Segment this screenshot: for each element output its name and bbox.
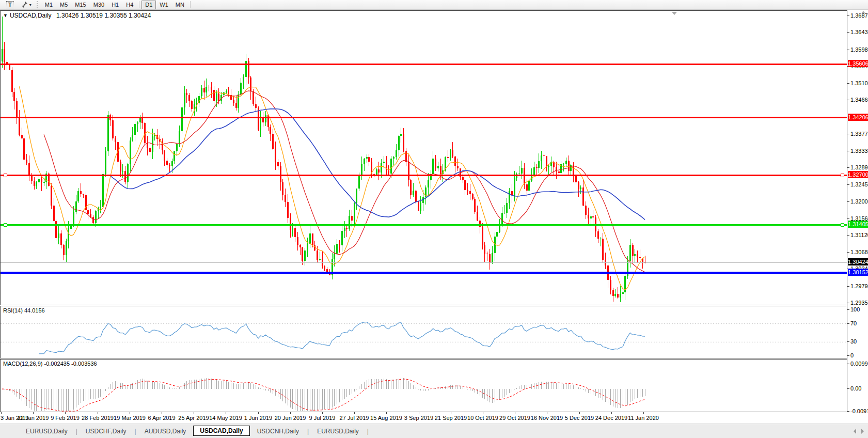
level-handle[interactable] bbox=[4, 174, 7, 177]
timeframe-button-w1[interactable]: W1 bbox=[156, 1, 172, 9]
cycle-symbols-button[interactable]: ▾ bbox=[18, 1, 35, 9]
axis-tick-mark bbox=[847, 50, 849, 50]
toolbar-grip bbox=[37, 1, 39, 8]
axis-tick-mark bbox=[847, 201, 849, 202]
level-price-badge: 1.35606 bbox=[848, 60, 868, 67]
chart-title-ohlc: 1.30426 1.30519 1.30355 1.30424 bbox=[56, 12, 151, 19]
text-label-tool-button[interactable]: T bbox=[3, 1, 18, 9]
horizontal-level-line-1.35606[interactable] bbox=[1, 64, 847, 65]
price-tick-label: 1.31120 bbox=[850, 232, 868, 238]
axis-tick-mark bbox=[847, 235, 849, 236]
date-label: 19 Mar 2019 bbox=[114, 415, 146, 421]
text-tool-icon: T bbox=[6, 1, 14, 8]
date-tick-mark bbox=[515, 412, 515, 414]
horizontal-level-line-1.34206[interactable] bbox=[1, 117, 847, 118]
current-price-badge: 1.30424 bbox=[848, 258, 868, 265]
current-price-line bbox=[1, 262, 847, 263]
axis-tick-mark bbox=[847, 252, 849, 253]
chart-title-symbol: USDCAD,Daily bbox=[10, 12, 52, 19]
tab-separator: | bbox=[367, 428, 369, 435]
date-tick-mark bbox=[290, 412, 291, 414]
chart-tab-usdchf-1[interactable]: USDCHF,Daily bbox=[78, 427, 134, 436]
timeframe-button-h1[interactable]: H1 bbox=[108, 1, 122, 9]
date-label: 24 Dec 2019 bbox=[595, 415, 627, 421]
date-label: 14 May 2019 bbox=[209, 415, 242, 421]
tab-separator: | bbox=[76, 428, 77, 435]
date-label: 29 Oct 2019 bbox=[499, 415, 530, 421]
date-label: 5 Dec 2019 bbox=[565, 415, 594, 421]
timeframe-button-h4[interactable]: H4 bbox=[122, 1, 137, 9]
price-axis[interactable]: 1.368701.364301.359801.355401.351001.346… bbox=[847, 10, 868, 412]
date-label: 28 Feb 2019 bbox=[82, 415, 114, 421]
date-label: 15 Aug 2019 bbox=[370, 415, 402, 421]
price-tick-label: 1.34660 bbox=[850, 97, 868, 103]
chart-tab-usdcnh-4[interactable]: USDCNH,Daily bbox=[250, 427, 306, 436]
level-price-badge: 1.30152 bbox=[848, 269, 868, 276]
timeframe-button-m5[interactable]: M5 bbox=[56, 1, 71, 9]
chart-tab-audusd-2[interactable]: AUDUSD,Daily bbox=[137, 427, 194, 436]
price-tick-label: 1.30680 bbox=[850, 249, 868, 255]
date-label: 9 Jul 2019 bbox=[309, 415, 336, 421]
chart-tab-eurusd-5[interactable]: EURUSD,Daily bbox=[310, 427, 366, 436]
toolbar: T ▾ M1M5M15M30H1H4D1W1MN bbox=[0, 0, 868, 10]
timeframe-button-m15[interactable]: M15 bbox=[71, 1, 89, 9]
date-label: 10 Oct 2019 bbox=[467, 415, 498, 421]
timeframe-button-m30[interactable]: M30 bbox=[90, 1, 108, 9]
macd-tick-label: 0.009975 bbox=[850, 361, 868, 367]
tab-scroll-left-icon[interactable] bbox=[854, 429, 856, 434]
symbol-dropdown-icon[interactable]: ▼ bbox=[3, 13, 8, 18]
date-label: 11 Jan 2020 bbox=[628, 415, 659, 421]
date-tick-mark bbox=[611, 412, 612, 414]
price-tick-label: 1.32000 bbox=[850, 198, 868, 205]
date-label: 1 Jun 2019 bbox=[244, 415, 272, 421]
level-handle[interactable] bbox=[841, 223, 844, 227]
level-handle[interactable] bbox=[841, 174, 844, 177]
timeframe-button-m1[interactable]: M1 bbox=[41, 1, 56, 9]
chart-shift-marker-icon[interactable] bbox=[672, 12, 677, 15]
date-label: 16 Nov 2019 bbox=[531, 415, 563, 421]
axis-tick-mark bbox=[847, 151, 849, 151]
timeframe-button-d1[interactable]: D1 bbox=[141, 1, 156, 9]
chart-tab-usdcad-3[interactable]: USDCAD,Daily bbox=[193, 426, 249, 436]
date-tick-mark bbox=[386, 412, 387, 414]
price-tick-label: 1.33770 bbox=[850, 131, 868, 137]
rsi-panel[interactable]: RSI(14) 44.0156 bbox=[0, 306, 847, 358]
price-tick-label: 1.33330 bbox=[850, 148, 868, 154]
date-label: 3 Sep 2019 bbox=[404, 415, 433, 421]
price-tick-label: 1.29790 bbox=[850, 283, 868, 289]
macd-panel[interactable]: MACD(12,26,9) -0.002435 -0.003536 bbox=[0, 359, 847, 412]
horizontal-level-line-1.30152[interactable] bbox=[1, 272, 847, 274]
axis-tick-mark bbox=[847, 83, 849, 84]
date-label: 27 Jul 2019 bbox=[340, 415, 369, 421]
level-handle[interactable] bbox=[4, 223, 7, 227]
price-chart-panel[interactable]: ▼USDCAD,Daily 1.30426 1.30519 1.30355 1.… bbox=[0, 10, 847, 305]
date-tick-mark bbox=[354, 412, 355, 414]
chart-title: ▼USDCAD,Daily 1.30426 1.30519 1.30355 1.… bbox=[3, 12, 151, 19]
cycle-arrows-icon bbox=[21, 2, 28, 8]
date-tick-mark bbox=[451, 412, 451, 414]
date-tick-mark bbox=[258, 412, 259, 414]
date-axis[interactable]: 3 Jan 201922 Jan 20199 Feb 201928 Feb 20… bbox=[0, 412, 847, 424]
horizontal-level-line-1.32700[interactable] bbox=[1, 175, 847, 176]
horizontal-level-line-1.31405[interactable] bbox=[1, 224, 847, 226]
price-tick-label: 1.32450 bbox=[850, 181, 868, 187]
date-tick-mark bbox=[226, 412, 226, 414]
candlestick-canvas[interactable] bbox=[1, 11, 847, 305]
toolbar-separator bbox=[190, 1, 191, 8]
price-tick-label: 1.35980 bbox=[850, 46, 868, 53]
timeframe-button-mn[interactable]: MN bbox=[172, 1, 188, 9]
chart-tab-bar: EURUSD,Daily|USDCHF,Daily|AUDUSD,DailyUS… bbox=[0, 424, 868, 438]
rsi-tick-label: 70 bbox=[850, 320, 857, 326]
date-tick-mark bbox=[1, 412, 2, 414]
axis-tick-mark bbox=[847, 100, 849, 100]
chevron-down-icon: ▾ bbox=[29, 3, 31, 7]
price-tick-label: 1.29350 bbox=[850, 300, 868, 306]
tab-scroll-right-icon[interactable] bbox=[861, 429, 864, 434]
axis-tick-mark bbox=[847, 411, 849, 412]
axis-scroll-up-icon[interactable] bbox=[861, 11, 865, 13]
date-label: 25 Apr 2019 bbox=[178, 415, 209, 421]
level-price-badge: 1.32700 bbox=[848, 171, 868, 178]
axis-tick-mark bbox=[847, 167, 849, 168]
axis-tick-mark bbox=[847, 286, 849, 287]
chart-tab-eurusd-0[interactable]: EURUSD,Daily bbox=[19, 427, 75, 436]
